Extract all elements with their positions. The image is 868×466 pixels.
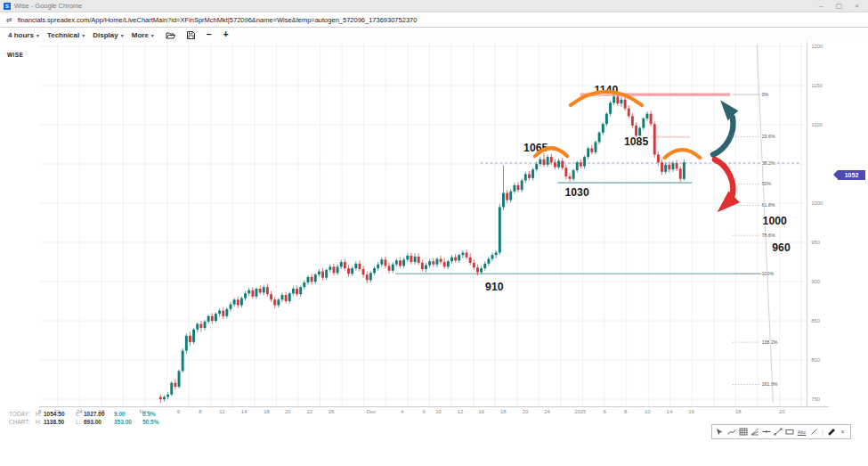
chevron-down-icon: ▾ [151,32,154,38]
svg-text:20: 20 [779,409,785,414]
svg-text:23.6%: 23.6% [762,134,775,139]
chart-label: CHART: [9,419,36,427]
svg-text:Dec: Dec [367,409,377,414]
today-change-pct: 0.9% [142,411,166,419]
svg-text:6: 6 [603,409,606,414]
today-high: 1054.50 [44,411,76,419]
window-titlebar: S Wise - Google Chrome – ▢ × [0,0,868,12]
gridlines [39,43,807,407]
svg-text:850: 850 [811,318,821,323]
svg-text:16: 16 [478,409,484,414]
svg-text:26: 26 [329,409,335,414]
save-icon[interactable] [187,31,195,39]
technical-label: Technical [47,31,79,39]
price-axis-labels: 1200115011001000950900850800750 [811,44,823,402]
svg-text:16: 16 [688,409,694,414]
svg-text:8: 8 [624,409,628,414]
svg-text:0%: 0% [762,92,769,97]
svg-text:750: 750 [811,397,821,402]
svg-text:12: 12 [458,409,464,414]
display-dropdown[interactable]: Display ▾ [93,31,123,39]
url-text[interactable]: financials.spreadex.com/App/Home/LiveCha… [18,16,418,24]
svg-text:1000: 1000 [763,215,787,227]
svg-text:10: 10 [435,409,442,414]
chevron-down-icon: ▾ [82,32,85,38]
chart-row: CHART:H:1138.50L:693.00353.0050.5% [9,419,166,427]
svg-text:2025: 2025 [574,409,587,414]
diagonal-line-tool-icon[interactable] [809,427,819,437]
chevron-down-icon: ▾ [121,32,124,38]
axes [39,42,829,407]
svg-text:900: 900 [811,279,821,284]
close-icon[interactable]: × [855,1,859,12]
horizontal-line-tool-icon[interactable] [761,427,771,437]
svg-text:61.8%: 61.8% [762,202,775,208]
ohlc-legend: TODAY:H:1054.50L:1027.009.000.9% CHART:H… [9,411,166,426]
delete-tool-icon[interactable]: × [838,427,848,437]
display-label: Display [93,31,118,39]
today-row: TODAY:H:1054.50L:1027.009.000.9% [9,411,166,419]
maximize-icon[interactable]: ▢ [836,1,843,12]
svg-text:950: 950 [811,240,821,245]
today-change: 9.00 [114,411,142,419]
svg-text:100%: 100% [762,271,775,276]
fib-grid-tool-icon[interactable] [738,427,748,437]
timeframe-dropdown[interactable]: 4 hours ▾ [8,31,39,39]
svg-text:38.2%: 38.2% [762,160,775,166]
svg-text:14: 14 [241,409,247,414]
minimize-icon[interactable]: – [819,1,823,12]
tab-switch-icon[interactable]: ⇄ [6,16,12,24]
url-bar[interactable]: ⇄ financials.spreadex.com/App/Home/LiveC… [0,12,868,28]
svg-text:6: 6 [177,409,181,414]
chart-toolbar: 4 hours ▾ Technical ▾ Display ▾ More ▾ −… [0,28,868,43]
toolbar-separator: | [821,427,824,437]
svg-text:18: 18 [264,409,270,414]
technical-dropdown[interactable]: Technical ▾ [47,31,85,39]
chart-low: 693.00 [84,419,114,427]
svg-text:161.8%: 161.8% [762,381,778,387]
fan-lines-tool-icon[interactable] [750,427,759,437]
svg-text:18: 18 [735,409,742,414]
open-folder-icon[interactable] [166,31,175,39]
pointer-tool-icon[interactable] [715,427,725,437]
more-label: More [132,31,149,39]
svg-text:20: 20 [523,409,529,414]
svg-text:12: 12 [219,409,225,414]
candlestick-series [159,94,685,404]
window-title: Wise - Google Chrome [14,2,819,10]
candlestick-chart[interactable]: 12001150110010009509008508007508222428No… [0,42,868,466]
curve-tool-icon[interactable] [726,427,736,437]
svg-text:18: 18 [500,409,507,414]
svg-text:910: 910 [485,281,504,293]
more-dropdown[interactable]: More ▾ [132,31,154,39]
zoom-out-icon[interactable]: − [207,30,212,39]
symbol-label: WISE [7,52,23,58]
browser-window: S Wise - Google Chrome – ▢ × ⇄ financial… [0,0,868,466]
svg-text:960: 960 [772,241,791,254]
last-price-badge: 1052 [838,170,865,180]
text-tool-icon[interactable]: Abc [796,427,807,437]
zoom-in-icon[interactable]: + [223,30,229,39]
today-label: TODAY: [9,411,36,419]
trend-line-tool-icon[interactable] [773,427,783,437]
svg-text:800: 800 [811,357,821,363]
price-annotations: 11401065108510309101000960 [485,84,791,293]
chart-area[interactable]: 12001150110010009509008508007508222428No… [0,42,868,466]
today-low: 1027.00 [84,411,114,419]
drawing-toolbar: Abc | × [711,424,851,439]
svg-text:10: 10 [645,409,651,414]
svg-text:1085: 1085 [624,135,648,148]
svg-text:78.6%: 78.6% [762,233,775,238]
svg-text:50%: 50% [762,181,772,186]
svg-text:6: 6 [422,409,426,414]
svg-text:138.2%: 138.2% [762,339,778,345]
svg-text:1030: 1030 [564,186,588,199]
svg-text:14: 14 [667,409,673,414]
svg-text:22: 22 [307,409,313,414]
svg-text:1000: 1000 [811,200,823,206]
timeframe-label: 4 hours [8,31,34,39]
svg-text:20: 20 [285,409,291,414]
chart-change-pct: 50.5% [142,419,166,427]
rectangle-tool-icon[interactable] [784,427,794,437]
pencil-tool-icon[interactable] [826,427,836,437]
